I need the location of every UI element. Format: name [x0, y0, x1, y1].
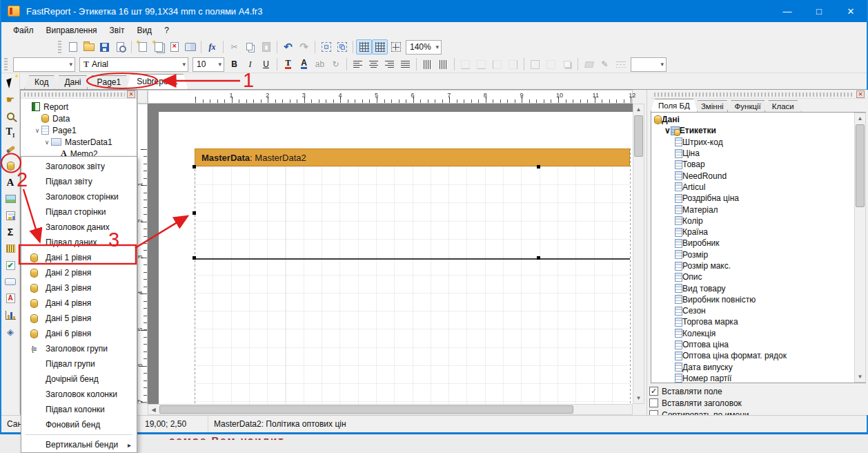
- picture-object[interactable]: [2, 191, 19, 207]
- combo-arrow-icon[interactable]: ▾: [657, 61, 664, 68]
- cut-icon[interactable]: ✂: [226, 39, 242, 55]
- combo-arrow-icon[interactable]: ▾: [432, 44, 439, 50]
- selection-handle[interactable]: [193, 211, 196, 215]
- expander-icon[interactable]: ∨: [43, 139, 51, 146]
- canvas-vertical-scrollbar[interactable]: ▲ ▼: [633, 104, 644, 404]
- selection-handle[interactable]: [193, 165, 196, 168]
- tab-Функції[interactable]: Функції: [727, 100, 769, 112]
- panel-dock-header[interactable]: ✕: [651, 90, 866, 99]
- font-name-combo[interactable]: TArial▾: [79, 57, 188, 72]
- tab-Поля БД[interactable]: Поля БД: [651, 99, 698, 112]
- border-top-icon[interactable]: [457, 57, 473, 72]
- total-object[interactable]: Σ: [2, 224, 19, 240]
- menu-item-Заголовок групи[interactable]: {≡Заголовок групи: [21, 341, 137, 356]
- preview-icon[interactable]: [112, 39, 128, 55]
- menu-item-Дані 3 рівня[interactable]: Дані 3 рівня: [21, 280, 137, 296]
- copy-icon[interactable]: [242, 39, 258, 55]
- expander-icon[interactable]: ∨: [33, 127, 41, 134]
- highlight-icon[interactable]: ab: [312, 57, 328, 72]
- delete-page-icon[interactable]: [166, 39, 182, 55]
- menu-item-Заголовок колонки[interactable]: Заголовок колонки: [21, 387, 137, 402]
- field-row-Колекція[interactable]: Колекція: [651, 328, 865, 339]
- scroll-thumb[interactable]: [159, 405, 573, 414]
- menu-item-Вертикальні бенди[interactable]: Вертикальні бенди▸: [21, 437, 137, 452]
- rotation-icon[interactable]: ↻: [328, 57, 344, 72]
- menu-item-Дані 6 рівня[interactable]: Дані 6 рівня: [21, 326, 137, 341]
- menu-item-Дані 1 рівня[interactable]: Дані 1 рівня: [21, 250, 137, 265]
- checkbox-object[interactable]: ✔: [2, 257, 19, 273]
- maximize-button[interactable]: □: [803, 0, 835, 22]
- show-grid-icon[interactable]: [356, 39, 372, 55]
- insert-band-tool[interactable]: [2, 157, 19, 174]
- minimize-button[interactable]: —: [771, 0, 803, 22]
- checkbox-checked[interactable]: ✓: [649, 387, 658, 396]
- scroll-up-icon[interactable]: ▲: [855, 113, 865, 124]
- format-painter-tool[interactable]: [2, 141, 19, 157]
- field-row-Матеріал[interactable]: Матеріал: [651, 204, 865, 215]
- tree-item-Report[interactable]: Report: [21, 101, 137, 113]
- align-justify-icon[interactable]: [397, 57, 413, 72]
- new-report-page-icon[interactable]: [135, 39, 150, 55]
- menu-item-?[interactable]: ?: [158, 23, 175, 37]
- fields-scrollbar[interactable]: ▲ ▼: [854, 113, 866, 383]
- no-borders-icon[interactable]: [543, 57, 559, 72]
- panel-close-icon[interactable]: ✕: [856, 90, 865, 98]
- field-row-Сезон[interactable]: Сезон: [651, 305, 865, 316]
- report-script-icon[interactable]: fx: [204, 39, 220, 55]
- checkbox[interactable]: [649, 398, 658, 407]
- align-top-lines-icon[interactable]: [420, 57, 435, 72]
- menu-item-Заголовок звіту[interactable]: Заголовок звіту: [21, 159, 137, 174]
- menu-item-Дані 2 рівня[interactable]: Дані 2 рівня: [21, 265, 137, 280]
- tab-Код[interactable]: Код: [24, 75, 59, 89]
- tree-item-MasterData1[interactable]: ∨MasterData1: [21, 136, 137, 148]
- barcode-object[interactable]: [2, 240, 19, 257]
- border-bottom-icon[interactable]: [473, 57, 489, 72]
- scroll-down-icon[interactable]: ▼: [633, 393, 644, 403]
- scroll-thumb[interactable]: [634, 115, 643, 157]
- menu-item-Файл[interactable]: Файл: [7, 23, 40, 37]
- dock-grip[interactable]: [24, 93, 125, 97]
- ungroup-icon[interactable]: [334, 39, 350, 55]
- field-row-Етикетки[interactable]: ∨Етикетки: [651, 125, 865, 136]
- line-style-icon[interactable]: [613, 57, 629, 72]
- text-color-icon[interactable]: T: [280, 57, 296, 72]
- menu-item-Звіт[interactable]: Звіт: [103, 23, 131, 37]
- menu-item-Заголовок сторінки[interactable]: Заголовок сторінки: [21, 189, 137, 204]
- panel-close-icon[interactable]: ✕: [127, 90, 135, 98]
- scroll-left-icon[interactable]: ◀: [148, 405, 159, 415]
- field-row-Опис[interactable]: Опис: [651, 271, 865, 282]
- field-row-Оптова ціна формат. рядок[interactable]: Оптова ціна формат. рядок: [651, 350, 865, 361]
- menu-item-Підвал даних[interactable]: Підвал даних: [21, 235, 137, 250]
- canvas-horizontal-scrollbar[interactable]: ◀: [148, 404, 633, 415]
- field-row-Номер партії[interactable]: Номер партії: [651, 373, 865, 383]
- expander-icon[interactable]: ∨: [664, 126, 671, 135]
- tab-Змінні[interactable]: Змінні: [693, 100, 731, 112]
- open-report-icon[interactable]: [81, 39, 97, 55]
- subreport-object[interactable]: [2, 207, 19, 224]
- tree-item-Data[interactable]: Data: [21, 113, 137, 124]
- menu-item-Фоновий бенд[interactable]: Фоновий бенд: [21, 417, 137, 432]
- selection-handle[interactable]: [193, 256, 196, 260]
- group-icon[interactable]: [318, 39, 334, 55]
- band-bottom-edge[interactable]: [195, 258, 630, 260]
- align-left-icon[interactable]: [350, 57, 366, 72]
- scroll-down-icon[interactable]: ▼: [855, 372, 865, 382]
- masterdata-band-header[interactable]: MasterData: MasterData2: [195, 148, 630, 166]
- fit-to-grid-icon[interactable]: [388, 39, 404, 55]
- design-canvas[interactable]: MasterData: MasterData2: [148, 104, 633, 404]
- menu-item-Дочірній бенд[interactable]: Дочірній бенд: [21, 372, 137, 387]
- hand-tool[interactable]: ☛: [2, 91, 19, 108]
- scroll-thumb[interactable]: [856, 124, 865, 207]
- field-row-Розмір[interactable]: Розмір: [651, 249, 865, 260]
- menu-item-Підвал колонки[interactable]: Підвал колонки: [21, 402, 137, 417]
- shape-object[interactable]: [2, 273, 19, 290]
- tree-item-Page1[interactable]: ∨Page1: [21, 124, 137, 136]
- menu-item-Виправлення[interactable]: Виправлення: [40, 23, 103, 37]
- menu-item-Підвал сторінки[interactable]: Підвал сторінки: [21, 204, 137, 220]
- font-color-icon[interactable]: A: [296, 57, 312, 72]
- field-row-Товар[interactable]: Товар: [651, 159, 865, 170]
- field-row-Оптова ціна[interactable]: Оптова ціна: [651, 339, 865, 350]
- selection-handle[interactable]: [537, 165, 540, 168]
- new-report-icon[interactable]: [65, 39, 81, 55]
- tab-Subreport1[interactable]: Subreport1: [126, 74, 188, 89]
